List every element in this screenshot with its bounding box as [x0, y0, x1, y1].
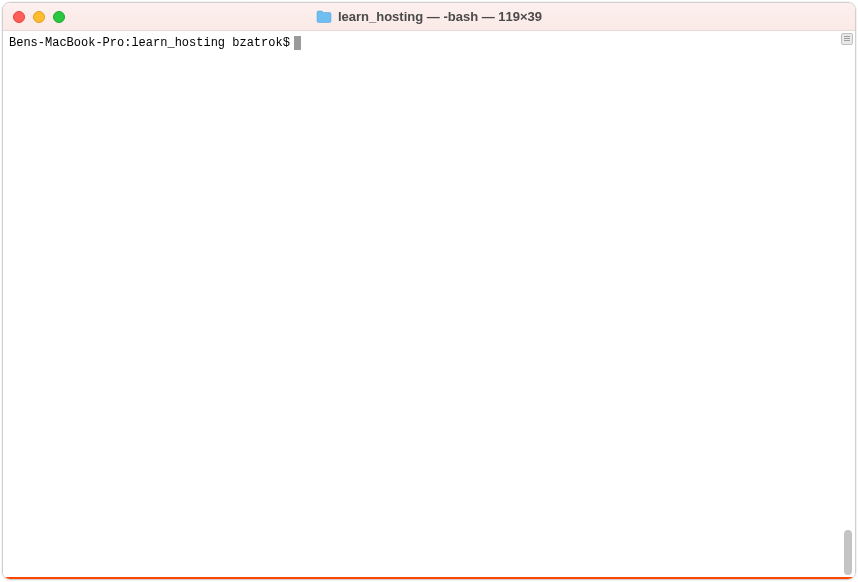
folder-icon — [316, 10, 332, 23]
terminal-window: learn_hosting — -bash — 119×39 Bens-MacB… — [2, 2, 856, 580]
terminal-cursor — [294, 36, 301, 50]
maximize-button[interactable] — [53, 11, 65, 23]
scrollbar-track[interactable] — [840, 31, 855, 579]
window-title-container: learn_hosting — -bash — 119×39 — [3, 9, 855, 24]
scroll-menu-icon[interactable] — [841, 33, 853, 45]
traffic-lights — [13, 11, 65, 23]
prompt-line: Bens-MacBook-Pro:learn_hosting bzatrok$ — [9, 35, 849, 52]
window-title: learn_hosting — -bash — 119×39 — [338, 9, 542, 24]
scrollbar-thumb[interactable] — [844, 530, 852, 575]
prompt-text: Bens-MacBook-Pro:learn_hosting bzatrok$ — [9, 35, 290, 52]
title-bar[interactable]: learn_hosting — -bash — 119×39 — [3, 3, 855, 31]
minimize-button[interactable] — [33, 11, 45, 23]
window-bottom-accent — [3, 577, 855, 579]
terminal-body[interactable]: Bens-MacBook-Pro:learn_hosting bzatrok$ — [3, 31, 855, 579]
close-button[interactable] — [13, 11, 25, 23]
